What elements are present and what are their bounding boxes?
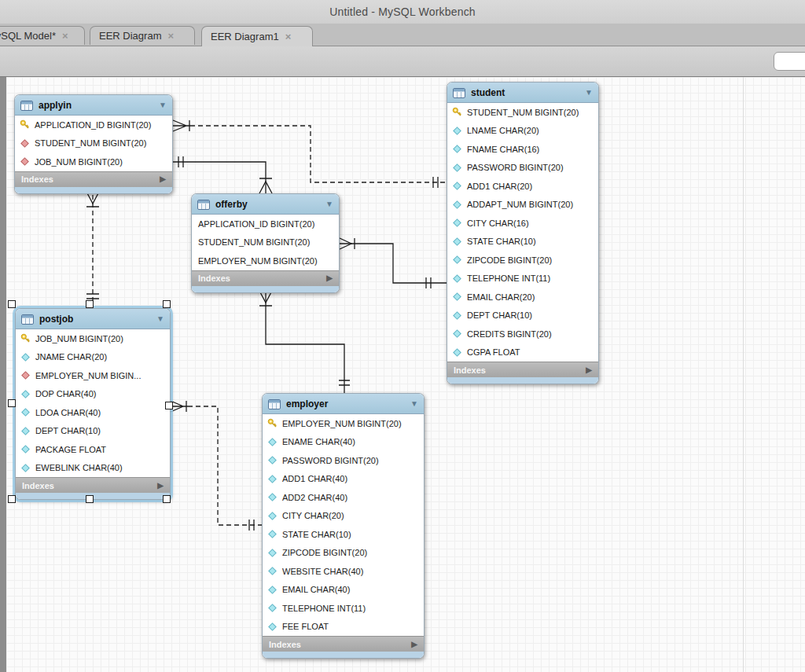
tab-close-icon[interactable]: × (285, 31, 292, 42)
indexes-section[interactable]: Indexes▶ (15, 171, 172, 187)
field-label: APPLICATION_ID BIGINT(20) (198, 219, 314, 229)
collapse-arrow-icon[interactable]: ▼ (585, 89, 593, 97)
field-row[interactable]: APPLICATION_ID BIGINT(20) (192, 215, 339, 233)
field-label: DEPT CHAR(10) (35, 426, 101, 435)
column-icon (267, 492, 278, 502)
table-header[interactable]: employer▼ (263, 394, 424, 414)
field-row[interactable]: ADD1 CHAR(20) (447, 177, 598, 196)
field-row[interactable]: STUDENT_NUM BIGINT(20) (15, 134, 172, 153)
field-label: ADD1 CHAR(20) (467, 182, 532, 191)
field-row[interactable]: ENAME CHAR(40) (263, 433, 424, 452)
field-row[interactable]: STATE CHAR(10) (447, 233, 598, 252)
table-employer[interactable]: employer▼EMPLOYER_NUM BIGINT(20)ENAME CH… (262, 393, 425, 659)
field-row[interactable]: DEPT CHAR(10) (447, 307, 598, 325)
field-row[interactable]: EMPLOYER_NUM BIGIN... (16, 366, 170, 385)
table-icon (197, 199, 210, 209)
tab-close-icon[interactable]: × (167, 31, 174, 41)
table-applyin[interactable]: applyin▼APPLICATION_ID BIGINT(20)STUDENT… (14, 94, 173, 194)
column-icon (267, 603, 278, 613)
column-icon (20, 407, 31, 417)
selection-handle[interactable] (8, 399, 16, 407)
column-icon (20, 444, 31, 454)
table-title: postjob (39, 314, 73, 325)
expand-arrow-icon[interactable]: ▶ (586, 366, 592, 374)
field-label: WEBSITE CHAR(40) (282, 567, 363, 576)
field-row[interactable]: DEPT CHAR(10) (16, 422, 170, 441)
expand-arrow-icon[interactable]: ▶ (157, 482, 164, 490)
field-row[interactable]: TELEPHONE INT(11) (447, 270, 598, 288)
field-row[interactable]: STATE CHAR(10) (263, 525, 424, 544)
selection-handle[interactable] (8, 495, 16, 503)
field-row[interactable]: EMAIL CHAR(40) (263, 581, 424, 600)
selection-handle[interactable] (163, 495, 171, 503)
column-icon (452, 163, 462, 173)
indexes-section[interactable]: Indexes▶ (447, 362, 598, 377)
column-icon (267, 455, 278, 465)
field-row[interactable]: DOP CHAR(40) (16, 385, 170, 404)
table-offerby[interactable]: offerby▼APPLICATION_ID BIGINT(20)STUDENT… (191, 193, 340, 293)
selection-handle[interactable] (165, 402, 173, 409)
field-row[interactable]: JOB_NUM BIGINT(20) (16, 329, 170, 348)
indexes-section[interactable]: Indexes▶ (16, 477, 170, 493)
table-header[interactable]: postjob▼ (16, 309, 170, 329)
expand-arrow-icon[interactable]: ▶ (411, 641, 417, 648)
field-row[interactable]: STUDENT_NUM BIGINT(20) (192, 233, 339, 252)
field-label: ADD2 CHAR(40) (282, 493, 347, 502)
field-row[interactable]: PACKAGE FLOAT (16, 440, 170, 459)
field-row[interactable]: ZIPCODE BIGINT(20) (263, 544, 424, 563)
field-row[interactable]: EMPLOYER_NUM BIGINT(20) (192, 252, 339, 270)
field-row[interactable]: FEE FLOAT (263, 618, 424, 637)
field-row[interactable]: ADD1 CHAR(40) (263, 470, 424, 489)
table-header[interactable]: applyin▼ (15, 95, 172, 116)
selection-handle[interactable] (8, 300, 16, 308)
field-row[interactable]: EWEBLINK CHAR(40) (16, 459, 170, 478)
collapse-arrow-icon[interactable]: ▼ (325, 200, 333, 208)
field-row[interactable]: LDOA CHAR(40) (16, 403, 170, 422)
field-row[interactable]: CREDITS BIGINT(20) (447, 325, 598, 343)
selection-handle[interactable] (86, 495, 94, 503)
field-row[interactable]: APPLICATION_ID BIGINT(20) (15, 116, 172, 134)
column-icon (267, 548, 278, 558)
fk-icon (20, 370, 31, 380)
field-row[interactable]: CGPA FLOAT (447, 343, 598, 362)
field-row[interactable]: FNAME CHAR(16) (447, 140, 598, 159)
indexes-section[interactable]: Indexes▶ (263, 636, 424, 652)
field-row[interactable]: TELEPHONE INT(11) (263, 599, 424, 618)
expand-arrow-icon[interactable]: ▶ (326, 274, 333, 282)
field-row[interactable]: CITY CHAR(16) (447, 214, 598, 233)
field-row[interactable]: PASSWORD BIGINT(20) (263, 451, 424, 470)
table-postjob[interactable]: postjob▼JOB_NUM BIGINT(20)JNAME CHAR(20)… (15, 308, 171, 500)
field-label: DEPT CHAR(10) (467, 310, 532, 320)
indexes-label: Indexes (22, 481, 54, 490)
selection-handle[interactable] (163, 300, 171, 308)
tab-mysql-model-[interactable]: MySQL Model*× (0, 26, 85, 45)
tab-eer-diagram1[interactable]: EER Diagram1× (201, 26, 313, 46)
table-student[interactable]: student▼STUDENT_NUM BIGINT(20)LNAME CHAR… (447, 82, 599, 384)
field-row[interactable]: EMAIL CHAR(20) (447, 288, 598, 307)
indexes-section[interactable]: Indexes▶ (192, 270, 339, 286)
field-label: CGPA FLOAT (467, 347, 520, 357)
collapse-arrow-icon[interactable]: ▼ (410, 400, 418, 408)
field-row[interactable]: JNAME CHAR(20) (16, 348, 170, 367)
toolbar-field[interactable] (774, 52, 805, 71)
field-label: PASSWORD BIGINT(20) (467, 163, 564, 172)
collapse-arrow-icon[interactable]: ▼ (159, 101, 167, 109)
table-header[interactable]: student▼ (447, 83, 598, 103)
expand-arrow-icon[interactable]: ▶ (160, 175, 166, 183)
field-row[interactable]: JOB_NUM BIGINT(20) (15, 152, 172, 171)
tab-close-icon[interactable]: × (62, 31, 68, 41)
table-header[interactable]: offerby▼ (192, 194, 339, 215)
selection-handle[interactable] (86, 300, 94, 308)
window-titlebar: Untitled - MySQL Workbench (0, 0, 805, 24)
tab-eer-diagram[interactable]: EER Diagram× (90, 26, 195, 45)
field-row[interactable]: EMPLOYER_NUM BIGINT(20) (263, 414, 424, 433)
field-row[interactable]: CITY CHAR(20) (263, 507, 424, 526)
collapse-arrow-icon[interactable]: ▼ (156, 315, 164, 323)
field-row[interactable]: ZIPCODE BIGINT(20) (447, 251, 598, 270)
field-row[interactable]: LNAME CHAR(20) (447, 122, 598, 141)
field-row[interactable]: PASSWORD BIGINT(20) (447, 159, 598, 178)
field-row[interactable]: ADD2 CHAR(40) (263, 488, 424, 507)
field-row[interactable]: ADDAPT_NUM BIGINT(20) (447, 196, 598, 215)
field-row[interactable]: STUDENT_NUM BIGINT(20) (447, 103, 598, 122)
field-row[interactable]: WEBSITE CHAR(40) (263, 562, 424, 581)
